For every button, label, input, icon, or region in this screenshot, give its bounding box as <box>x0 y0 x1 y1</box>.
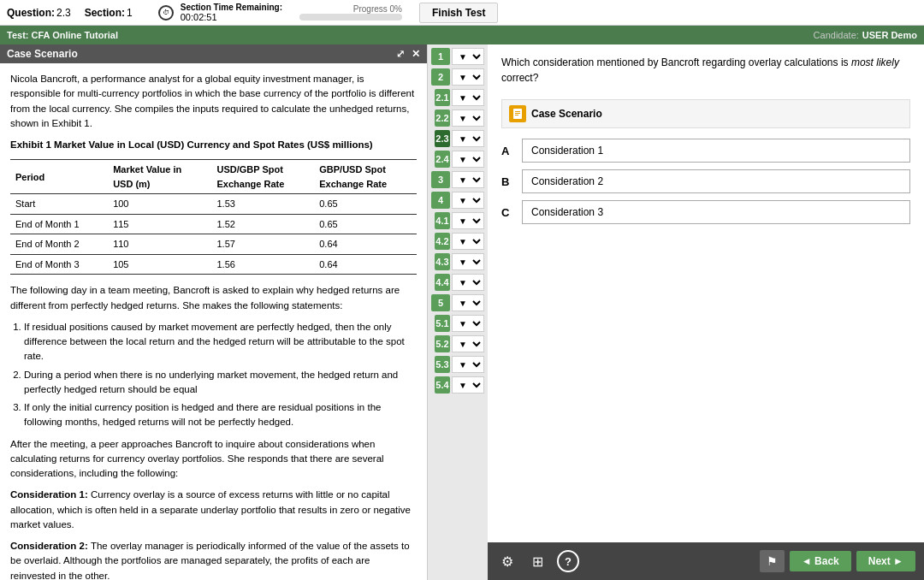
section-value: 1 <box>127 7 133 19</box>
table-cell: 1.57 <box>211 234 314 255</box>
nav-item: 5.2▼ <box>431 335 484 352</box>
back-button[interactable]: ◄ Back <box>790 551 851 571</box>
nav-item: 4.3▼ <box>431 253 484 270</box>
nav-dropdown-5-4[interactable]: ▼ <box>452 376 484 394</box>
question-content: Which consideration mentioned by Bancrof… <box>488 44 924 542</box>
question-text-before: Which consideration mentioned by Bancrof… <box>501 56 849 68</box>
col-period: Period <box>10 160 108 194</box>
nav-dropdown-4-1[interactable]: ▼ <box>452 212 484 229</box>
nav-dropdown-2-4[interactable]: ▼ <box>452 151 484 168</box>
nav-dropdown-5-2[interactable]: ▼ <box>452 335 484 352</box>
nav-item: 4.2▼ <box>431 233 484 250</box>
question-label: Question: <box>7 7 55 19</box>
table-cell: 0.64 <box>314 254 417 275</box>
answer-input-b[interactable]: Consideration 2 <box>522 169 910 193</box>
nav-dropdown-5-3[interactable]: ▼ <box>452 356 484 373</box>
nav-button-5-2[interactable]: 5.2 <box>435 335 450 352</box>
panel-icons: ⤢ ✕ <box>396 48 420 60</box>
statement-item: If only the initial currency position is… <box>24 400 417 430</box>
nav-button-3[interactable]: 3 <box>431 171 450 188</box>
nav-button-4[interactable]: 4 <box>431 192 450 209</box>
question-text-end: correct? <box>501 72 538 84</box>
timer-label: Section Time Remaining: <box>181 3 282 12</box>
flag-button[interactable]: ⚑ <box>760 550 785 572</box>
candidate-label: Candidate: <box>814 30 859 40</box>
table-cell: End of Month 2 <box>10 234 108 255</box>
toolbar-right: ⚑ ◄ Back Next ► <box>760 550 915 572</box>
nav-item: 2.4▼ <box>431 151 484 168</box>
nav-dropdown-2-2[interactable]: ▼ <box>452 109 484 127</box>
nav-item: 5.1▼ <box>431 315 484 332</box>
toolbar-left: ⚙ ⊞ ? <box>496 550 579 572</box>
considerations-container: Consideration 1: Currency overlay is a s… <box>10 488 417 580</box>
settings-button[interactable]: ⚙ <box>496 550 518 572</box>
timer-icon: ⏱ <box>158 5 174 21</box>
answer-options: AConsideration 1BConsideration 2CConside… <box>501 139 910 224</box>
next-button[interactable]: Next ► <box>856 551 915 571</box>
nav-button-2-2[interactable]: 2.2 <box>435 109 450 127</box>
nav-button-2-4[interactable]: 2.4 <box>435 151 450 168</box>
nav-button-2[interactable]: 2 <box>431 68 450 86</box>
nav-button-4-3[interactable]: 4.3 <box>435 253 450 270</box>
nav-button-5[interactable]: 5 <box>431 294 450 311</box>
finish-test-button[interactable]: Finish Test <box>419 3 498 23</box>
nav-item: 5▼ <box>431 294 484 311</box>
grid-button[interactable]: ⊞ <box>527 550 548 572</box>
nav-dropdown-5-1[interactable]: ▼ <box>452 315 484 332</box>
answer-label-a: A <box>501 145 515 157</box>
exhibit-title: Exhibit 1 Market Value in Local (USD) Cu… <box>10 138 417 152</box>
nav-dropdown-2-1[interactable]: ▼ <box>452 89 484 106</box>
answer-option-b: BConsideration 2 <box>501 169 910 193</box>
svg-rect-2 <box>515 113 520 114</box>
answer-input-c[interactable]: Consideration 3 <box>522 200 910 224</box>
table-cell: 110 <box>108 234 211 255</box>
nav-button-2-1[interactable]: 2.1 <box>435 89 450 106</box>
expand-icon[interactable]: ⤢ <box>396 48 405 60</box>
nav-button-1[interactable]: 1 <box>431 48 450 65</box>
answer-label-c: C <box>501 206 515 219</box>
nav-dropdown-3[interactable]: ▼ <box>452 171 484 188</box>
nav-item: 4.4▼ <box>431 274 484 291</box>
nav-button-4-2[interactable]: 4.2 <box>435 233 450 250</box>
nav-button-5-1[interactable]: 5.1 <box>435 315 450 332</box>
nav-dropdown-2[interactable]: ▼ <box>452 68 484 86</box>
answer-input-a[interactable]: Consideration 1 <box>522 139 910 163</box>
table-cell: 100 <box>108 194 211 215</box>
close-icon[interactable]: ✕ <box>412 48 420 60</box>
progress-label: Progress 0% <box>299 4 402 14</box>
answer-option-c: CConsideration 3 <box>501 200 910 224</box>
col-gbpusd: GBP/USD SpotExchange Rate <box>314 160 417 194</box>
left-panel-title: Case Scenario <box>7 48 78 60</box>
nav-button-2-3[interactable]: 2.3 <box>435 130 450 147</box>
question-emphasis: most likely <box>851 56 899 68</box>
nav-dropdown-1[interactable]: ▼ <box>452 48 484 65</box>
case-scenario-ref[interactable]: Case Scenario <box>501 99 910 128</box>
table-cell: End of Month 3 <box>10 254 108 275</box>
consideration-item: Consideration 2: The overlay manager is … <box>10 539 417 580</box>
nav-dropdown-4-3[interactable]: ▼ <box>452 253 484 270</box>
table-cell: 1.56 <box>211 254 314 275</box>
help-button[interactable]: ? <box>557 550 579 572</box>
left-panel-content: Nicola Bancroft, a performance analyst f… <box>0 63 427 580</box>
nav-button-4-4[interactable]: 4.4 <box>435 274 450 291</box>
candidate-name: USER Demo <box>862 30 917 40</box>
table-cell: 1.52 <box>211 214 314 234</box>
nav-dropdown-4-2[interactable]: ▼ <box>452 233 484 250</box>
nav-dropdown-2-3[interactable]: ▼ <box>452 130 484 147</box>
answer-label-b: B <box>501 175 515 188</box>
nav-button-5-4[interactable]: 5.4 <box>435 376 450 394</box>
nav-button-5-3[interactable]: 5.3 <box>435 356 450 373</box>
question-value: 2.3 <box>56 7 71 19</box>
nav-dropdown-4[interactable]: ▼ <box>452 192 484 209</box>
nav-item: 4.1▼ <box>431 212 484 229</box>
statement-item: If residual positions caused by market m… <box>24 320 417 364</box>
body-text-1: The following day in a team meeting, Ban… <box>10 283 417 313</box>
body-text-2: After the meeting, a peer approaches Ban… <box>10 437 417 482</box>
nav-button-4-1[interactable]: 4.1 <box>435 212 450 229</box>
nav-item: 2▼ <box>431 68 484 86</box>
table-cell: End of Month 1 <box>10 214 108 234</box>
nav-dropdown-5[interactable]: ▼ <box>452 294 484 311</box>
consideration-item: Consideration 1: Currency overlay is a s… <box>10 488 417 532</box>
svg-rect-1 <box>515 111 520 112</box>
nav-dropdown-4-4[interactable]: ▼ <box>452 274 484 291</box>
